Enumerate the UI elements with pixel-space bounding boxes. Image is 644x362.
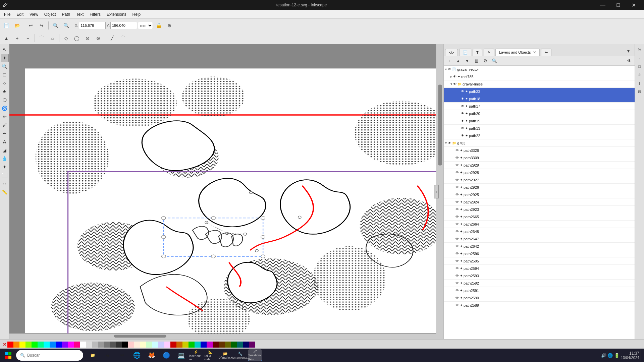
panel-menu-btn[interactable]: ▾ [623,46,633,56]
layer-visibility-icon[interactable]: 👁 [455,289,459,292]
layer-item[interactable]: ▾👁📄gravar-vector [444,66,635,73]
layer-visibility-icon[interactable]: 👁 [455,222,459,226]
no-color-button[interactable]: ✕ [1,342,7,348]
layer-visibility-icon[interactable]: 👁 [461,112,464,115]
spiral-tool[interactable]: 🌀 [1,104,9,112]
color-swatch[interactable] [50,342,56,348]
snap-page-btn[interactable]: ⊡ [636,87,644,96]
layer-item[interactable]: 👁✦path18 [444,95,635,103]
layer-item[interactable]: 👁✦path2926 [444,184,635,191]
menu-item-filters[interactable]: Filters [87,11,103,17]
layer-visibility-icon[interactable]: 👁 [461,126,464,130]
menu-item-file[interactable]: File [1,11,13,17]
panel-add-layer-btn[interactable]: + [445,57,453,65]
tab-new-doc[interactable]: 📄 [459,49,471,56]
tab-node-edit[interactable]: ✎ [484,49,494,56]
snap-nodes-btn[interactable]: · [636,54,644,62]
layer-visibility-icon[interactable]: 👁 [448,67,451,71]
snap-grid-btn[interactable]: # [636,71,644,79]
tab-close-icon[interactable]: ✕ [533,50,536,54]
calligraphy-tool[interactable]: ✒ [1,129,9,137]
pen-tool[interactable]: 🖊 [1,121,9,129]
layer-visibility-icon[interactable]: 👁 [455,156,459,160]
tray-clock[interactable]: 11:37 13/04/2024 [621,351,639,360]
menu-item-extensions[interactable]: Extensions [104,11,129,17]
layer-item[interactable]: 👁✦path2923 [444,206,635,213]
tab-xml[interactable]: </> [445,49,458,56]
layer-item[interactable]: ▸👁✦rect785 [444,73,635,80]
layer-expand-arrow[interactable]: ▾ [445,67,447,71]
redo-button[interactable]: ↪ [37,20,47,31]
color-swatch[interactable] [225,342,231,348]
node-break-btn[interactable]: ⌓ [47,33,57,43]
layer-item[interactable]: 👁✦path2925 [444,191,635,198]
layer-visibility-icon[interactable]: 👁 [461,134,464,137]
layer-visibility-icon[interactable]: 👁 [455,148,459,152]
color-swatch[interactable] [92,342,98,348]
layer-item[interactable]: 👁✦path2596 [444,250,635,257]
layer-visibility-icon[interactable]: 👁 [455,244,459,248]
layer-visibility-icon[interactable]: 👁 [455,200,459,204]
taskbar-vscode[interactable]: 💻 [174,349,188,361]
search-input[interactable] [27,353,74,358]
panel-delete-btn[interactable]: 🗑 [472,57,480,65]
minimize-button[interactable]: — [595,0,610,10]
color-swatch[interactable] [207,342,213,348]
gradient-tool[interactable]: ◪ [1,146,9,154]
node-join-btn[interactable]: ⌒ [37,33,47,43]
y-input[interactable] [110,22,137,29]
layer-item[interactable]: 👁✦path2642 [444,243,635,250]
layer-item[interactable]: 👁✦path13 [444,125,635,132]
color-swatch[interactable] [189,342,195,348]
color-swatch[interactable] [140,342,146,348]
select-tool[interactable]: ↖ [1,46,9,54]
layer-item[interactable]: 👁✦path2589 [444,302,635,309]
layer-visibility-icon[interactable]: 👁 [448,141,451,145]
layer-item[interactable]: ▾👁📁g783 [444,139,635,147]
x-input[interactable] [79,22,106,29]
layer-visibility-icon[interactable]: 👁 [455,230,459,233]
node-add-btn[interactable]: + [12,33,22,43]
layer-item[interactable]: 👁✦path2665 [444,213,635,221]
taskbar-fabricacio[interactable]: 🖨 [101,349,114,361]
unit-select[interactable]: mmpxcmin [138,22,153,29]
layer-item[interactable]: 👁✦path2591 [444,287,635,294]
layer-expand-arrow[interactable]: ▾ [450,82,452,86]
layer-item[interactable]: ▾👁📁gravar-linies [444,80,635,88]
color-swatch[interactable] [68,342,74,348]
color-swatch[interactable] [158,342,164,348]
layer-visibility-icon[interactable]: 👁 [455,274,459,278]
layer-item[interactable]: 👁✦path20 [444,110,635,117]
layer-visibility-icon[interactable]: 👁 [461,119,464,123]
layer-item[interactable]: 👁✦path2648 [444,228,635,235]
layer-visibility-icon[interactable]: 👁 [455,185,459,189]
layer-visibility-icon[interactable]: 👁 [453,75,457,78]
zoom-tool[interactable]: 🔍 [1,62,9,70]
layer-visibility-icon[interactable]: 👁 [455,259,459,263]
taskbar-firefox[interactable]: 🦊 [145,349,158,361]
color-swatch[interactable] [13,342,19,348]
layer-item[interactable]: 👁✦path2647 [444,235,635,243]
layer-visibility-icon[interactable]: 👁 [461,89,464,93]
color-swatch[interactable] [249,342,255,348]
layer-item[interactable]: 👁✦path17 [444,103,635,110]
layer-item[interactable]: 👁✦path2928 [444,169,635,176]
color-swatch[interactable] [7,342,13,348]
taskbar-chrome[interactable]: 🔵 [160,349,173,361]
layer-visibility-icon[interactable]: 👁 [461,97,464,101]
layer-eye-btn[interactable]: 👁 [625,57,633,65]
color-swatch[interactable] [152,342,158,348]
panel-down-btn[interactable]: ▼ [463,57,471,65]
panel-collapse-btn[interactable]: › [434,185,439,198]
taskbar-inkscape[interactable]: 🖊*tesation-12... [248,349,262,361]
layer-visibility-icon[interactable]: 👁 [461,104,464,108]
layer-expand-arrow[interactable]: ▸ [450,75,452,78]
new-button[interactable]: 📄 [1,20,11,31]
taskbar-search[interactable]: 🔍 [16,350,83,361]
color-swatch[interactable] [74,342,80,348]
color-swatch[interactable] [170,342,176,348]
node-line-btn[interactable]: ╱ [107,33,117,43]
layer-item[interactable]: 👁✦path2595 [444,257,635,265]
color-swatch[interactable] [122,342,128,348]
color-swatch[interactable] [176,342,182,348]
